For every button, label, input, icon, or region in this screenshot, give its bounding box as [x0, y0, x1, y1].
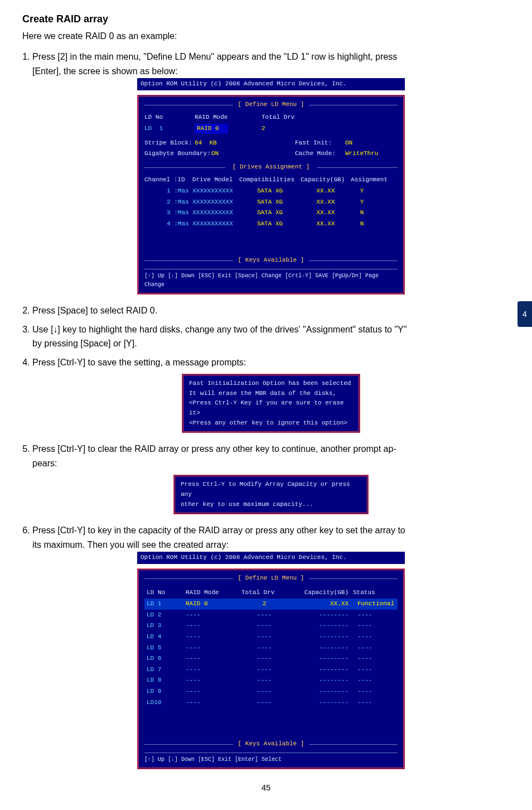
bios2-table-row: LD 9-------------------- [144, 686, 398, 697]
prompt1-l3: <Press Ctrl-Y Key if you are sure to era… [189, 398, 353, 418]
bios1-two: 2 [262, 124, 265, 134]
bios1-cache-val: WriteThru [345, 149, 378, 159]
bios1-menu-title: [ Define LD Menu ] [144, 100, 398, 110]
bios2-window: [ Define LD Menu ] LD No RAID Mode Total… [137, 568, 405, 769]
step-3: Use [↓] key to highlight the hard disks,… [32, 322, 510, 351]
prompt1-box: Fast Initialization Option has been sele… [182, 374, 360, 433]
bios1-gb-label: Gigabyte Boundary: [144, 149, 211, 159]
step-2: Press [Space] to select RAID 0. [32, 303, 510, 318]
bios1-drives-title: [ Drives Assignment ] [144, 162, 398, 172]
bios1-ld1: LD 1 [144, 124, 195, 134]
step-1b: [Enter], the scree is shown as below: [32, 66, 178, 76]
bios1-keys-title: [ Keys Available ] [144, 255, 398, 266]
prompt2-l2: other key to use maximum capacity... [181, 500, 361, 510]
bios2-table-row: LD 8-------------------- [144, 675, 398, 686]
bios1-drive-row: 2 :Mas XXXXXXXXXXXSATA XGXX.XXY [144, 197, 398, 208]
bios1-fastinit-label: Fast Init: [295, 138, 345, 148]
bios2-hdr-drv: Total Drv [239, 587, 289, 599]
page-heading: Create RAID array [22, 13, 510, 25]
bios2-footer: [↑] Up [↓] Down [ESC] Exit [Enter] Selec… [144, 753, 398, 764]
bios1-cache-label: Cache Mode: [295, 149, 345, 159]
step-3b: by pressing [Space] or [Y]. [32, 339, 137, 348]
bios1-drive-row: 3 :Mas XXXXXXXXXXXSATA XGXX.XXN [144, 208, 398, 218]
step-4-text: Press [Ctrl-Y] to save the setting, a me… [32, 358, 246, 367]
bios1-col-assign: Assignment [351, 175, 388, 185]
bios1-raid0: RAID 0 [195, 124, 228, 134]
bios1-col-channel: Channel :ID Drive Model [144, 175, 239, 185]
bios2-keys-title: [ Keys Available ] [144, 739, 398, 749]
bios2-menu-title: [ Define LD Menu ] [144, 573, 398, 584]
step-6b: its maximum. Then you will see the creat… [32, 540, 229, 549]
step-6a: Press [Ctrl-Y] to key in the capacity of… [32, 525, 405, 535]
step-5a: Press [Ctrl-Y] to clear the RAID array o… [32, 444, 396, 454]
bios2-table-row: LD 4-------------------- [144, 631, 398, 643]
prompt2-box: Press Ctrl-Y to Modify Array Capacity or… [173, 475, 369, 514]
bios1-fastinit-val: ON [345, 138, 352, 148]
page-number: 45 [22, 783, 510, 792]
bios2-table-row: LD 2-------------------- [144, 610, 398, 621]
step-1: Press [2] in the main menu, "Define LD M… [32, 50, 510, 295]
step-1a: Press [2] in the main menu, "Define LD M… [32, 52, 397, 61]
bios1-gb-val: ON [211, 149, 262, 159]
bios2-topbar: Option ROM Utility (c) 2008 Advanced Mic… [137, 552, 405, 564]
bios2-hdr-status: Status [351, 587, 398, 599]
bios1-stripe-val: 64 KB [195, 138, 262, 148]
prompt1-l4: <Press any other key to ignore this opti… [189, 418, 353, 428]
bios1-col-compat: Compatibilities [239, 175, 301, 185]
bios1-ldno-label: LD No [144, 113, 195, 123]
prompt1-l1: Fast Initialization Option has been sele… [189, 379, 353, 389]
side-tab: 4 [518, 301, 532, 327]
prompt2-l1: Press Ctrl-Y to Modify Array Capacity or… [181, 480, 361, 499]
bios2-table: LD No RAID Mode Total Drv Capacity(GB) S… [144, 587, 398, 708]
bios1-topbar: Option ROM Utility (c) 2008 Advanced Mic… [137, 78, 405, 90]
bios2-hdr-mode: RAID Mode [183, 587, 239, 599]
bios2-hdr-ld: LD No [144, 587, 183, 599]
bios1-window: [ Define LD Menu ] LD No RAID Mode Total… [137, 95, 405, 295]
bios1-drive-row: 1 :Mas XXXXXXXXXXXSATA XGXX.XXY [144, 186, 398, 196]
bios2-table-row: LD10-------------------- [144, 697, 398, 708]
intro-text: Here we create RAID 0 as an example: [22, 30, 510, 43]
bios2-table-row: LD 7-------------------- [144, 664, 398, 676]
bios1-mode-label: RAID Mode [195, 113, 262, 123]
bios2-table-row: LD 1RAID 02XX.XXFunctional [144, 599, 398, 610]
bios1-drive-row: 4 :Mas XXXXXXXXXXXSATA XGXX.XXN [144, 219, 398, 229]
step-4: Press [Ctrl-Y] to save the setting, a me… [32, 355, 510, 433]
bios1-stripe-label: Stripe Block: [144, 138, 195, 148]
bios2-table-row: LD 3-------------------- [144, 620, 398, 631]
bios1-col-cap: Capacity(GB) [301, 175, 351, 185]
bios2-hdr-cap: Capacity(GB) [289, 587, 351, 599]
bios1-footer: [↑] Up [↓] Down [ESC] Exit [Space] Chang… [144, 269, 398, 290]
prompt1-l2: It will erase the MBR data of the disks, [189, 389, 353, 399]
bios1-totaldrv-label: Total Drv [262, 113, 294, 123]
step-5: Press [Ctrl-Y] to clear the RAID array o… [32, 442, 510, 514]
bios2-table-row: LD 5-------------------- [144, 643, 398, 654]
step-6: Press [Ctrl-Y] to key in the capacity of… [32, 523, 510, 769]
bios2-table-row: LD 6-------------------- [144, 653, 398, 664]
step-5b: pears: [32, 459, 57, 468]
step-3a: Use [↓] key to highlight the hard disks,… [32, 325, 407, 334]
